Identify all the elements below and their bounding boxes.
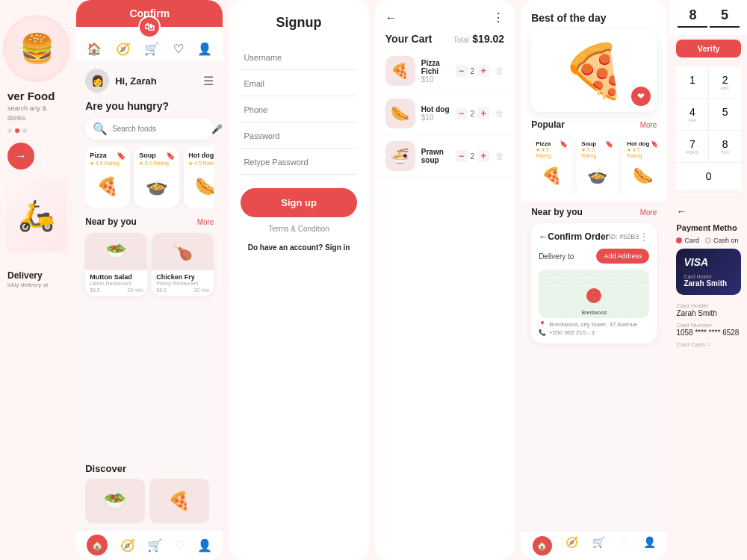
profile-nav-icon[interactable]: 👤 bbox=[197, 42, 212, 56]
trash-icon-3[interactable]: 🗑 bbox=[495, 151, 504, 161]
avatar: 👩 bbox=[85, 69, 109, 93]
signup-panel: Signup Sign up Terms & Condition Do have… bbox=[229, 0, 368, 560]
cash-method[interactable]: Cash on bbox=[705, 237, 739, 244]
nearby-card-1[interactable]: 🥗 Mutton Salad Libron Restaurant $9.5 20… bbox=[85, 233, 147, 296]
cart-item-qty-1: − 2 + bbox=[456, 65, 490, 77]
payment-title: Payment Metho bbox=[676, 223, 741, 232]
p5-home-btn[interactable]: 🏠 bbox=[533, 536, 552, 556]
signup-title: Signup bbox=[241, 15, 356, 31]
key-num: 4 bbox=[689, 106, 695, 118]
food-card-pizza[interactable]: 🔖 Pizza ★ 4.5 Rating 🍕 bbox=[85, 147, 130, 208]
confirm-order-card: ← Confirm Order ID: #52B3 ⋮ Delivery to … bbox=[531, 223, 657, 343]
heart-button[interactable]: ❤ bbox=[631, 87, 651, 106]
key-4[interactable]: 4GHI bbox=[676, 99, 708, 130]
best-header: Best of the day bbox=[521, 0, 667, 30]
key-8[interactable]: 8TUV bbox=[709, 131, 741, 162]
cart-nav-icon[interactable]: 🛒 bbox=[144, 42, 159, 56]
terms-text[interactable]: Terms & Condition bbox=[241, 225, 356, 233]
mic-icon[interactable]: 🎤 bbox=[211, 124, 223, 134]
p5-heart-icon[interactable]: ♡ bbox=[619, 536, 629, 556]
cart-back-button[interactable]: ← bbox=[385, 11, 397, 25]
bookmark-icon[interactable]: 🔖 bbox=[651, 140, 657, 148]
bookmark-icon[interactable]: 🔖 bbox=[605, 140, 613, 148]
home-bottom-compass-icon[interactable]: 🧭 bbox=[120, 538, 135, 553]
email-input[interactable] bbox=[241, 72, 356, 96]
verify-button[interactable]: Verify bbox=[676, 40, 741, 57]
key-7[interactable]: 7PQRS bbox=[676, 131, 708, 162]
nearby-header: Near by you More bbox=[85, 217, 214, 227]
menu-icon[interactable]: ☰ bbox=[203, 74, 214, 88]
key-2[interactable]: 2ABC bbox=[709, 66, 741, 98]
phone-input[interactable] bbox=[241, 98, 356, 122]
qty-minus-2[interactable]: − bbox=[456, 108, 468, 119]
popular-food-row: 🔖 Pizza ★ 4.5 Rating 🍕 🔖 Soup ★ 5.0 Rati… bbox=[531, 136, 657, 196]
key-5[interactable]: 5 bbox=[709, 99, 741, 130]
visa-card[interactable]: VISA Card Holder Zarah Smith bbox=[676, 249, 741, 295]
password-input[interactable] bbox=[241, 124, 356, 149]
confirm-order-id: ID: #52B3 bbox=[609, 233, 639, 240]
nearby-more-btn-2[interactable]: More bbox=[640, 208, 657, 217]
bookmark-icon[interactable]: 🔖 bbox=[117, 152, 125, 160]
compass-nav-icon[interactable]: 🧭 bbox=[116, 42, 131, 56]
food-card-hotdog[interactable]: 🔖 Hot dog ★ 4.5 Rating 🌭 bbox=[184, 147, 214, 208]
home-bottom-cart-icon[interactable]: 🛒 bbox=[147, 538, 162, 553]
popular-card-soup[interactable]: 🔖 Soup ★ 5.0 Rating 🍲 bbox=[577, 136, 618, 196]
confirm-bar[interactable]: Confirm 🛍 bbox=[76, 0, 223, 27]
cart-more-button[interactable]: ⋮ bbox=[492, 10, 504, 25]
signup-button[interactable]: Sign up bbox=[241, 188, 356, 217]
qty-plus-1[interactable]: + bbox=[477, 65, 489, 77]
discover-item-1[interactable]: 🥗 bbox=[85, 479, 145, 523]
nearby-card-2[interactable]: 🍗 Chicken Fry Pietop Restaurant $8.9 20 … bbox=[152, 233, 214, 296]
location-icon: 📍 bbox=[539, 321, 546, 328]
map-city-label: Brentwood bbox=[582, 310, 607, 315]
add-address-button[interactable]: Add Address bbox=[596, 249, 649, 264]
signin-link[interactable]: Sign in bbox=[325, 243, 350, 252]
popular-card-hotdog[interactable]: 🔖 Hot dog ★ 4.5 Rating 🌭 bbox=[622, 136, 657, 196]
p5-compass-icon[interactable]: 🧭 bbox=[565, 536, 578, 556]
landing-panel: 🍔 ver Food search any & drinks → 🛵 Deliv… bbox=[0, 0, 73, 560]
food-card-soup[interactable]: 🔖 Soup ★ 5.0 Rating 🍲 bbox=[134, 147, 179, 208]
popular-more-btn[interactable]: More bbox=[640, 121, 657, 129]
discover-item-2[interactable]: 🍕 bbox=[149, 479, 209, 523]
retype-password-input[interactable] bbox=[241, 150, 356, 175]
search-bar[interactable]: 🔍 🎤 bbox=[85, 118, 214, 140]
cash-radio[interactable] bbox=[705, 237, 711, 243]
card-radio[interactable] bbox=[676, 237, 682, 243]
map-placeholder: 📍 Brentwood bbox=[539, 270, 649, 318]
popular-img-hotdog: 🌭 bbox=[627, 161, 657, 192]
payment-back-icon[interactable]: ← bbox=[676, 205, 741, 217]
home-bottom-profile-icon[interactable]: 👤 bbox=[197, 538, 212, 553]
heart-nav-icon[interactable]: ♡ bbox=[173, 42, 184, 56]
bag-icon[interactable]: 🛍 bbox=[138, 16, 161, 38]
signin-prompt-text: Do have an account? bbox=[248, 243, 323, 252]
username-input[interactable] bbox=[241, 46, 356, 70]
popular-rating-hotdog: ★ 4.5 Rating bbox=[627, 147, 657, 158]
popular-img-pizza: 🍕 bbox=[536, 161, 568, 192]
map-address-row: 📍 Brentwood, city tower, 37 Avenue bbox=[539, 321, 649, 328]
p5-cart-icon[interactable]: 🛒 bbox=[592, 536, 605, 556]
key-0[interactable]: 0 bbox=[676, 163, 741, 190]
qty-minus-3[interactable]: − bbox=[456, 150, 468, 162]
card-method[interactable]: Card bbox=[676, 237, 699, 244]
co-more-icon[interactable]: ⋮ bbox=[639, 231, 649, 243]
co-back-icon[interactable]: ← bbox=[539, 231, 548, 242]
p5-profile-icon[interactable]: 👤 bbox=[643, 536, 656, 556]
next-arrow-button[interactable]: → bbox=[7, 143, 34, 169]
qty-minus-1[interactable]: − bbox=[456, 65, 468, 77]
home-nav-icon[interactable]: 🏠 bbox=[87, 42, 102, 56]
home-bottom-home-icon[interactable]: 🏠 bbox=[87, 535, 108, 556]
qty-plus-3[interactable]: + bbox=[477, 150, 489, 162]
nearby-more-btn[interactable]: More bbox=[197, 218, 214, 226]
trash-icon-1[interactable]: 🗑 bbox=[495, 66, 504, 76]
p6-number-right: 5 bbox=[710, 7, 740, 28]
qty-plus-2[interactable]: + bbox=[477, 108, 489, 119]
key-1[interactable]: 1 bbox=[676, 66, 708, 98]
trash-icon-2[interactable]: 🗑 bbox=[495, 108, 504, 119]
bookmark-icon[interactable]: 🔖 bbox=[560, 140, 568, 148]
home-bottom-heart-icon[interactable]: ♡ bbox=[175, 538, 185, 553]
search-input[interactable] bbox=[112, 125, 207, 133]
bookmark-icon[interactable]: 🔖 bbox=[166, 152, 175, 160]
confirm-order-title: Confirm Order bbox=[548, 231, 609, 242]
popular-card-pizza[interactable]: 🔖 Pizza ★ 4.5 Rating 🍕 bbox=[531, 136, 572, 196]
visa-holder-label: Card Holder bbox=[684, 274, 734, 279]
